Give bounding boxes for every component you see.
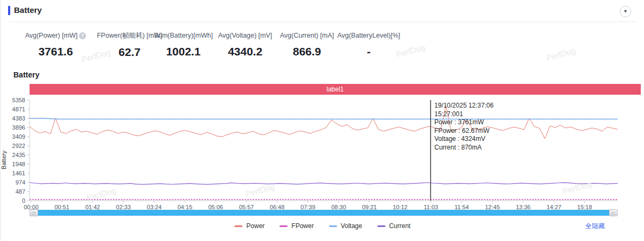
svg-text:1948: 1948 xyxy=(12,161,25,167)
svg-text:4383: 4383 xyxy=(12,115,25,122)
svg-text:974: 974 xyxy=(16,179,25,186)
chart-section-title: Battery xyxy=(13,70,39,79)
svg-text:2435: 2435 xyxy=(12,152,25,158)
stat-avg-power: Avg(Power) [mW]? 3761.6 xyxy=(14,30,97,58)
help-icon[interactable]: ? xyxy=(79,32,86,39)
stat-label: Avg(BatteryLevel)[%] xyxy=(337,32,400,39)
scrollbar-left-handle[interactable]: ||| xyxy=(30,209,38,216)
svg-text:487: 487 xyxy=(16,188,25,195)
svg-text:0: 0 xyxy=(22,197,25,204)
svg-text:4871: 4871 xyxy=(12,106,25,112)
svg-text:5358: 5358 xyxy=(12,97,25,103)
stat-label: Sum(Battery)[mWh] xyxy=(154,32,213,39)
svg-text:Voltage : 4324mV: Voltage : 4324mV xyxy=(434,135,485,143)
collapse-panel-button[interactable]: ▼ xyxy=(620,6,631,17)
svg-text:Battery: Battery xyxy=(1,151,7,169)
stat-label: Avg(Current) [mA] xyxy=(280,32,334,39)
legend-item-voltage[interactable]: Voltage xyxy=(329,222,362,230)
current-swatch-icon xyxy=(377,225,385,227)
page-title: Battery xyxy=(14,5,42,15)
battery-chart-plot-area[interactable]: 5358487143833896340929222435194814619744… xyxy=(1,96,644,210)
svg-text:Power : 3761mW: Power : 3761mW xyxy=(434,118,484,126)
stat-label: Avg(Power) [mW]? xyxy=(25,32,87,39)
voltage-swatch-icon xyxy=(329,225,337,227)
legend-item-current[interactable]: Current xyxy=(377,222,411,230)
chart-legend: Power FPower Voltage Current xyxy=(1,222,644,230)
stat-value: - xyxy=(331,45,406,58)
stat-value: 3761.6 xyxy=(14,45,97,58)
power-swatch-icon xyxy=(234,225,242,227)
fpower-swatch-icon xyxy=(280,225,288,227)
chart-range-scrollbar: ||| ||| xyxy=(30,209,618,216)
perfdog-watermark: PerfDog xyxy=(546,46,577,62)
svg-text:2922: 2922 xyxy=(12,143,25,149)
battery-panel: Battery ▼ Avg(Power) [mW]? 3761.6 FPower… xyxy=(0,0,644,241)
svg-text:Current : 870mA: Current : 870mA xyxy=(434,144,482,151)
svg-text:15:27:001: 15:27:001 xyxy=(434,110,463,118)
chevron-down-icon: ▼ xyxy=(623,9,628,14)
stat-avg-batterylevel: Avg(BatteryLevel)[%] - xyxy=(331,30,406,58)
legend-item-fpower[interactable]: FPower xyxy=(280,222,313,230)
legend-item-power[interactable]: Power xyxy=(234,222,264,230)
scrollbar-track[interactable] xyxy=(30,210,618,216)
svg-text:3896: 3896 xyxy=(12,124,25,131)
svg-text:3409: 3409 xyxy=(12,133,25,140)
svg-text:1461: 1461 xyxy=(12,170,25,176)
svg-text:FPower : 62.67mW: FPower : 62.67mW xyxy=(434,127,490,134)
header-divider xyxy=(8,22,637,22)
stat-label: Avg(Voltage) [mV] xyxy=(218,32,273,39)
scrollbar-right-handle[interactable]: ||| xyxy=(609,209,618,216)
title-accent-bar xyxy=(8,6,10,15)
svg-text:19/10/2025 12:37:06: 19/10/2025 12:37:06 xyxy=(434,102,493,109)
chart-label-banner[interactable]: label1 xyxy=(30,84,641,95)
hide-all-link[interactable]: 全隐藏 xyxy=(585,222,605,231)
